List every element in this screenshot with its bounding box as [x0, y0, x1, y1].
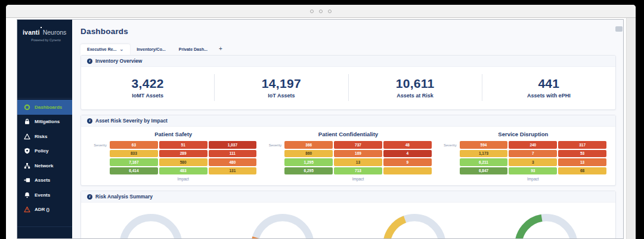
gauge-arc [511, 210, 581, 238]
heatmap-cell[interactable]: 169 [334, 150, 382, 158]
heatmap-cell[interactable]: 317 [558, 141, 606, 149]
heatmap-cell[interactable]: 366 [284, 141, 333, 149]
sidebar: ivantiNeurons Powered by Cynerio Dashboa… [17, 20, 72, 238]
heatmap-cell[interactable]: 1,173 [460, 150, 508, 158]
sidebar-item-label: Network [35, 163, 54, 168]
stat-assets-with-ephi: 441Assets with ePHI [482, 74, 615, 101]
inventory-stats: 3,422IoMT Assets14,197IoT Assets10,611As… [81, 67, 615, 109]
info-icon: i [87, 118, 92, 124]
heatmap-cell[interactable]: 7,167 [110, 158, 158, 166]
stat-value: 3,422 [81, 76, 214, 91]
heatmap-cell[interactable]: 9 [383, 158, 432, 166]
heatmap-title: Patient Safety [90, 131, 256, 137]
heatmap-cell[interactable]: 4 [383, 150, 432, 158]
stat-value: 10,611 [349, 76, 482, 91]
sidebar-item-label: Events [35, 192, 50, 198]
chevron-down-icon: ⌄ [119, 48, 123, 50]
impact-axis-label: Impact [460, 177, 606, 181]
page-header: Dashboards [80, 20, 616, 36]
sidebar-item-assets[interactable]: Assets [17, 173, 72, 188]
page-title: Dashboards [80, 27, 616, 36]
heatmap-cell[interactable]: 6,847 [460, 167, 508, 175]
stat-assets-at-risk: 10,611Assets at Risk [348, 74, 482, 101]
sidebar-item-label: Policy [35, 148, 49, 154]
logo-subtitle: Powered by Cynerio [23, 38, 69, 42]
heatmap-cell[interactable]: 480 [209, 158, 257, 166]
heatmap-cell[interactable]: 93 [509, 167, 557, 175]
sidebar-item-mitigations[interactable]: Mitigations [17, 115, 72, 130]
heatmap-cell[interactable]: 240 [509, 141, 557, 149]
heatmap-cell[interactable]: 111 [209, 150, 257, 158]
add-tab-button[interactable]: + [214, 43, 227, 55]
tab-executive-re[interactable]: Executive Re...⌄ [80, 44, 130, 55]
heatmap-cell[interactable]: 7 [509, 150, 557, 158]
tab-label: Private Dash... [179, 47, 208, 51]
sidebar-item-label: Mitigations [35, 119, 60, 124]
heatmap-patient-safety: Patient SafetySeverity63511,037833289111… [86, 131, 261, 182]
heatmap-cell[interactable]: 483 [159, 167, 208, 175]
heatmap-service-disruption: Service DisruptionSeverity5942403171,173… [436, 131, 611, 182]
heatmap-cell[interactable]: 713 [334, 167, 382, 175]
heatmap-patient-confidentiality: Patient ConfidentialitySeverity366737488… [261, 131, 435, 182]
heatmap-cell[interactable]: 1,037 [209, 141, 257, 149]
severity-axis-label: Severity [265, 143, 281, 147]
gauge-high: 3,6420HIGH38,983 [216, 210, 348, 238]
sidebar-item-dashboards[interactable]: Dashboards [17, 100, 72, 115]
logo-ivanti: ivanti [23, 29, 40, 36]
heatmap-cell[interactable]: 13 [558, 158, 606, 166]
device-icon [24, 177, 30, 183]
sidebar-item-network[interactable]: Network [17, 158, 72, 173]
heatmap-title: Service Disruption [440, 131, 606, 137]
sidebar-item-events[interactable]: Events [17, 188, 72, 203]
stat-iot-assets: 14,197IoT Assets [214, 74, 348, 101]
stat-value: 14,197 [215, 76, 348, 91]
heatmap-cell[interactable]: 48 [383, 141, 432, 149]
heatmap-cell[interactable]: 580 [159, 158, 208, 166]
dashboard-tabs: Executive Re...⌄Inventory/Co...Private D… [80, 44, 616, 55]
impact-axis-label: Impact [110, 177, 256, 181]
chat-bubble-icon[interactable] [615, 26, 623, 32]
tab-private-dash[interactable]: Private Dash... [172, 44, 214, 55]
heatmap-cell[interactable]: 13 [334, 158, 382, 166]
info-icon: i [87, 194, 92, 200]
heatmap-cell[interactable]: 1,295 [284, 158, 333, 166]
heatmap-cell[interactable]: 63 [110, 141, 158, 149]
heatmap-cell[interactable]: 68 [558, 167, 606, 175]
heatmap-title: Patient Confidentiality [265, 131, 431, 137]
section-title: Inventory Overview [95, 58, 142, 64]
gauge-arc [116, 210, 186, 238]
heatmap-cell[interactable]: 51 [159, 141, 208, 149]
gauge-arc [379, 210, 450, 238]
asset-risk-severity-header: i Asset Risk Severity by Impact [81, 115, 615, 127]
heatmap-cell[interactable]: 860 [284, 150, 333, 158]
sidebar-item-risks[interactable]: Risks [17, 129, 72, 144]
window-control-dot [319, 10, 323, 13]
lock-icon [24, 118, 30, 125]
heatmap-cell[interactable]: 53 [558, 150, 606, 158]
stat-label: IoMT Assets [81, 93, 214, 99]
gauge-row: 2,7110CRITICAL38,9833,6420HIGH38,98315,1… [81, 203, 615, 238]
heatmap-cell[interactable]: 833 [110, 150, 158, 158]
heatmap-cell[interactable]: 6,211 [460, 158, 508, 166]
heatmap-cell[interactable]: 737 [334, 141, 382, 149]
stat-label: Assets at Risk [349, 93, 482, 99]
sidebar-item-adr[interactable]: ADR () [17, 203, 72, 217]
section-title: Risk Analysis Summary [95, 194, 153, 200]
heatmap-cell[interactable]: 594 [460, 141, 508, 149]
heatmap-cell[interactable]: 6,414 [110, 167, 158, 175]
logo-wordmark: ivantiNeurons [23, 26, 69, 37]
bell-icon [24, 192, 30, 198]
tab-inventory-co[interactable]: Inventory/Co... [130, 44, 172, 55]
sidebar-item-label: Dashboards [35, 105, 62, 110]
heatmap-cell[interactable]: 131 [209, 167, 257, 175]
dashboard-icon [24, 104, 30, 111]
heatmap-cell[interactable]: 289 [159, 150, 208, 158]
heatmap-cell[interactable]: 3 [509, 158, 557, 166]
gauge-arc [247, 210, 318, 238]
heatmap-cell[interactable] [383, 167, 432, 175]
sidebar-item-policy[interactable]: Policy [17, 144, 72, 159]
heatmap-cell[interactable]: 6,295 [284, 167, 333, 175]
inventory-overview-card: i Inventory Overview 3,422IoMT Assets14,… [80, 55, 616, 110]
stat-value: 441 [482, 76, 615, 91]
warning-triangle-icon [24, 133, 30, 140]
